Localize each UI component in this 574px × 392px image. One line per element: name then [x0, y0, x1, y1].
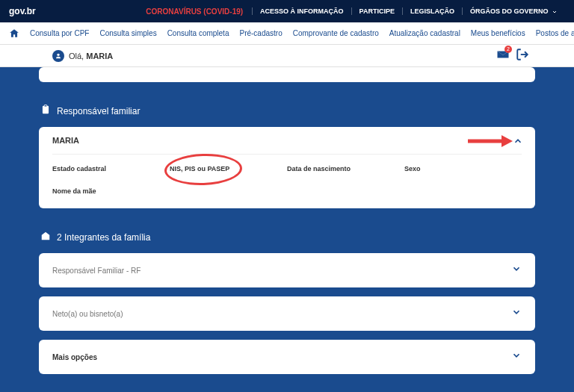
nav-consulta-cpf[interactable]: Consulta por CPF — [30, 29, 89, 37]
integrante-neto-panel[interactable]: Neto(a) ou bisneto(a) — [39, 296, 535, 331]
gov-logo[interactable]: gov.br — [9, 6, 36, 16]
covid-link[interactable]: CORONAVÍRUS (COVID-19) — [146, 7, 243, 16]
section-integrantes-header: 2 Integrantes da família — [39, 222, 535, 253]
chevron-down-icon[interactable] — [511, 350, 522, 364]
topbar-link-legislacao[interactable]: LEGISLAÇÃO — [402, 7, 462, 15]
main-content: Faixa de renda familiar total Faixa de r… — [0, 67, 574, 392]
integrante-rf-panel[interactable]: Responsável Familiar - RF — [39, 253, 535, 287]
user-avatar-icon — [52, 50, 64, 62]
nav-comprovante[interactable]: Comprovante de cadastro — [293, 29, 379, 37]
topbar-link-orgaos-label: ÓRGÃOS DO GOVERNO — [470, 7, 549, 15]
chevron-down-icon[interactable] — [511, 307, 522, 320]
nav-consulta-completa[interactable]: Consulta completa — [167, 29, 229, 37]
chevron-down-icon[interactable] — [511, 264, 522, 277]
house-family-icon — [40, 231, 51, 244]
greeting-username: MARIA — [86, 52, 113, 60]
svg-point-1 — [57, 53, 59, 55]
fields-grid: Estado cadastral NIS, PIS ou PASEP Data … — [52, 165, 522, 195]
field-nome-mae: Nome da mãe — [52, 187, 170, 195]
chevron-down-icon — [552, 9, 558, 15]
section-responsavel-header: Responsável familiar — [39, 96, 535, 127]
income-panel: Faixa de renda familiar total Faixa de r… — [39, 67, 535, 82]
section-integrantes-title: 2 Integrantes da família — [57, 232, 150, 243]
topbar-link-participe[interactable]: PARTICIPE — [351, 7, 402, 15]
mais-opcoes-label: Mais opções — [52, 353, 97, 361]
topbar-link-acesso[interactable]: ACESSO À INFORMAÇÃO — [252, 7, 351, 15]
notification-badge: 2 — [504, 46, 512, 53]
field-estado-cadastral: Estado cadastral — [52, 165, 170, 172]
topbar-links: CORONAVÍRUS (COVID-19) ACESSO À INFORMAÇ… — [146, 7, 565, 16]
home-icon[interactable] — [9, 28, 19, 39]
greeting-prefix: Olá, — [69, 52, 84, 60]
field-sexo: Sexo — [404, 165, 522, 172]
nav-postos[interactable]: Postos de atendimento — [536, 29, 574, 37]
main-navbar: Consulta por CPF Consulta simples Consul… — [0, 22, 574, 45]
nav-consulta-simples[interactable]: Consulta simples — [99, 29, 156, 37]
field-data-nascimento: Data de nascimento — [287, 165, 404, 172]
responsavel-name: MARIA — [52, 136, 522, 155]
mais-opcoes-panel[interactable]: Mais opções — [39, 340, 535, 374]
topbar-link-orgaos[interactable]: ÓRGÃOS DO GOVERNO — [462, 7, 565, 15]
field-nis-pis: NIS, PIS ou PASEP — [170, 165, 287, 172]
greeting-text: Olá, MARIA — [69, 52, 113, 60]
nav-pre-cadastro[interactable]: Pré-cadastro — [239, 29, 282, 37]
notifications-icon[interactable]: 2 — [496, 48, 510, 64]
logout-icon[interactable] — [516, 48, 529, 64]
clipboard-icon — [40, 105, 51, 118]
responsavel-panel: MARIA Estado cadastral NIS, PIS ou PASEP… — [39, 127, 535, 208]
nav-beneficios[interactable]: Meus benefícios — [471, 29, 525, 37]
collapse-toggle[interactable] — [513, 136, 523, 149]
integrante-neto-label: Neto(a) ou bisneto(a) — [52, 310, 123, 318]
nav-atualizacao[interactable]: Atualização cadastral — [389, 29, 460, 37]
integrante-rf-label: Responsável Familiar - RF — [52, 267, 141, 275]
section-responsavel-title: Responsável familiar — [57, 106, 140, 116]
userbar-actions: 2 — [496, 48, 529, 64]
svg-rect-4 — [44, 105, 47, 107]
gov-topbar: gov.br CORONAVÍRUS (COVID-19) ACESSO À I… — [0, 0, 574, 22]
user-greeting-bar: Olá, MARIA 2 — [0, 45, 574, 67]
